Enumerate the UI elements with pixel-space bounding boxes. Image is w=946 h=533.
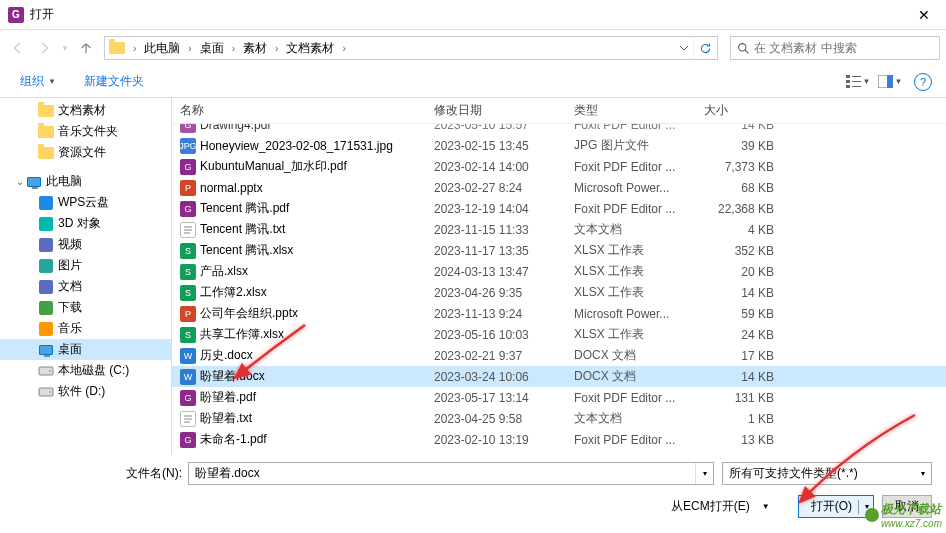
sidebar-item[interactable]: 本地磁盘 (C:) (0, 360, 171, 381)
file-row[interactable]: G盼望着.pdf2023-05-17 13:14Foxit PDF Editor… (172, 387, 946, 408)
file-type: 文本文档 (566, 410, 696, 427)
file-row[interactable]: JPGHoneyview_2023-02-08_171531.jpg2023-0… (172, 135, 946, 156)
pictures-icon (38, 258, 54, 274)
file-row[interactable]: GTencent 腾讯.pdf2023-12-19 14:04Foxit PDF… (172, 198, 946, 219)
file-row[interactable]: S产品.xlsx2024-03-13 13:47XLSX 工作表20 KB (172, 261, 946, 282)
breadcrumb-item[interactable]: 桌面 (196, 40, 228, 57)
file-date: 2023-11-15 11:33 (426, 223, 566, 237)
filename-dropdown[interactable]: ▾ (695, 463, 713, 484)
refresh-button[interactable] (693, 37, 717, 59)
svg-rect-2 (846, 80, 850, 83)
file-name: 盼望着.txt (200, 410, 252, 427)
file-type: Foxit PDF Editor ... (566, 124, 696, 132)
breadcrumb[interactable]: › 此电脑 › 桌面 › 素材 › 文档素材 › (104, 36, 718, 60)
file-type: DOCX 文档 (566, 347, 696, 364)
svg-rect-1 (846, 75, 850, 78)
file-type: 文本文档 (566, 221, 696, 238)
file-row[interactable]: P公司年会组织.pptx2023-11-13 9:24Microsoft Pow… (172, 303, 946, 324)
toolbar: 组织▼ 新建文件夹 ▼ ▼ ? (0, 66, 946, 98)
svg-rect-5 (852, 81, 861, 82)
sidebar-item[interactable]: 图片 (0, 255, 171, 276)
file-size: 4 KB (696, 223, 786, 237)
sidebar-item[interactable]: 资源文件 (0, 142, 171, 163)
forward-button[interactable] (32, 36, 56, 60)
sidebar-item[interactable]: 文档 (0, 276, 171, 297)
view-options-button[interactable]: ▼ (844, 71, 872, 93)
file-row[interactable]: S工作簿2.xlsx2023-04-26 9:35XLSX 工作表14 KB (172, 282, 946, 303)
sidebar-item[interactable]: WPS云盘 (0, 192, 171, 213)
sidebar-item[interactable]: 文档素材 (0, 100, 171, 121)
back-button[interactable] (6, 36, 30, 60)
file-type: Microsoft Power... (566, 307, 696, 321)
sidebar-this-pc[interactable]: ⌄此电脑 (0, 171, 171, 192)
open-dropdown[interactable]: ▾ (865, 502, 869, 511)
ecm-open-dropdown[interactable]: ▼ (762, 502, 770, 511)
filename-input[interactable] (189, 463, 695, 484)
window-title: 打开 (30, 6, 902, 23)
svg-point-10 (49, 370, 51, 372)
file-type: JPG 图片文件 (566, 137, 696, 154)
file-date: 2023-02-14 14:00 (426, 160, 566, 174)
cancel-button[interactable]: 取消 (882, 495, 932, 518)
file-row[interactable]: W盼望着.docx2023-03-24 10:06DOCX 文档14 KB (172, 366, 946, 387)
sidebar-item[interactable]: 桌面 (0, 339, 171, 360)
sidebar-item[interactable]: 音乐文件夹 (0, 121, 171, 142)
file-date: 2023-03-24 10:06 (426, 370, 566, 384)
file-type: Foxit PDF Editor ... (566, 433, 696, 447)
organize-menu[interactable]: 组织▼ (14, 71, 62, 92)
file-row[interactable]: GDrawing4.pdf2023-05-10 15:57Foxit PDF E… (172, 124, 946, 135)
svg-point-12 (49, 391, 51, 393)
file-size: 22,368 KB (696, 202, 786, 216)
filetype-filter[interactable]: 所有可支持文件类型(*.*)▾ (722, 462, 932, 485)
sidebar-item[interactable]: 音乐 (0, 318, 171, 339)
preview-pane-button[interactable]: ▼ (876, 71, 904, 93)
chevron-right-icon[interactable]: › (129, 43, 140, 54)
file-row[interactable]: Tencent 腾讯.txt2023-11-15 11:33文本文档4 KB (172, 219, 946, 240)
column-name[interactable]: 名称 (172, 102, 426, 119)
desktop-icon (38, 342, 54, 358)
search-input[interactable] (754, 41, 933, 55)
help-button[interactable]: ? (914, 73, 932, 91)
file-size: 14 KB (696, 286, 786, 300)
file-type: XLSX 工作表 (566, 242, 696, 259)
file-size: 68 KB (696, 181, 786, 195)
column-size[interactable]: 大小 (696, 102, 786, 119)
filename-field[interactable]: ▾ (188, 462, 714, 485)
sidebar-item[interactable]: 视频 (0, 234, 171, 255)
file-row[interactable]: G未命名-1.pdf2023-02-10 13:19Foxit PDF Edit… (172, 429, 946, 450)
chevron-right-icon[interactable]: › (228, 43, 239, 54)
chevron-right-icon[interactable]: › (271, 43, 282, 54)
file-name: 盼望着.docx (200, 368, 265, 385)
up-button[interactable] (74, 36, 98, 60)
file-date: 2023-02-21 9:37 (426, 349, 566, 363)
file-row[interactable]: GKubuntuManual_加水印.pdf2023-02-14 14:00Fo… (172, 156, 946, 177)
column-date[interactable]: 修改日期 (426, 102, 566, 119)
recent-dropdown[interactable]: ▼ (58, 36, 72, 60)
breadcrumb-item[interactable]: 文档素材 (282, 40, 338, 57)
open-button[interactable]: 打开(O)▾ (798, 495, 874, 518)
close-button[interactable]: ✕ (902, 0, 946, 30)
file-date: 2023-11-17 13:35 (426, 244, 566, 258)
file-type: Foxit PDF Editor ... (566, 391, 696, 405)
file-row[interactable]: STencent 腾讯.xlsx2023-11-17 13:35XLSX 工作表… (172, 240, 946, 261)
sidebar-item[interactable]: 软件 (D:) (0, 381, 171, 402)
file-date: 2023-04-26 9:35 (426, 286, 566, 300)
file-row[interactable]: Pnormal.pptx2023-02-27 8:24Microsoft Pow… (172, 177, 946, 198)
search-box[interactable] (730, 36, 940, 60)
chevron-right-icon[interactable]: › (184, 43, 195, 54)
column-type[interactable]: 类型 (566, 102, 696, 119)
file-row[interactable]: S共享工作簿.xlsx2023-05-16 10:03XLSX 工作表24 KB (172, 324, 946, 345)
chevron-right-icon[interactable]: › (338, 43, 349, 54)
breadcrumb-item[interactable]: 此电脑 (140, 40, 184, 57)
file-name: 盼望着.pdf (200, 389, 256, 406)
file-row[interactable]: W历史.docx2023-02-21 9:37DOCX 文档17 KB (172, 345, 946, 366)
sidebar-item[interactable]: 下载 (0, 297, 171, 318)
breadcrumb-item[interactable]: 素材 (239, 40, 271, 57)
file-date: 2023-05-17 13:14 (426, 391, 566, 405)
expand-icon[interactable]: ⌄ (14, 176, 26, 187)
breadcrumb-dropdown[interactable] (675, 37, 693, 59)
svg-rect-8 (887, 75, 893, 88)
sidebar-item[interactable]: 3D 对象 (0, 213, 171, 234)
file-row[interactable]: 盼望着.txt2023-04-25 9:58文本文档1 KB (172, 408, 946, 429)
new-folder-button[interactable]: 新建文件夹 (78, 71, 150, 92)
